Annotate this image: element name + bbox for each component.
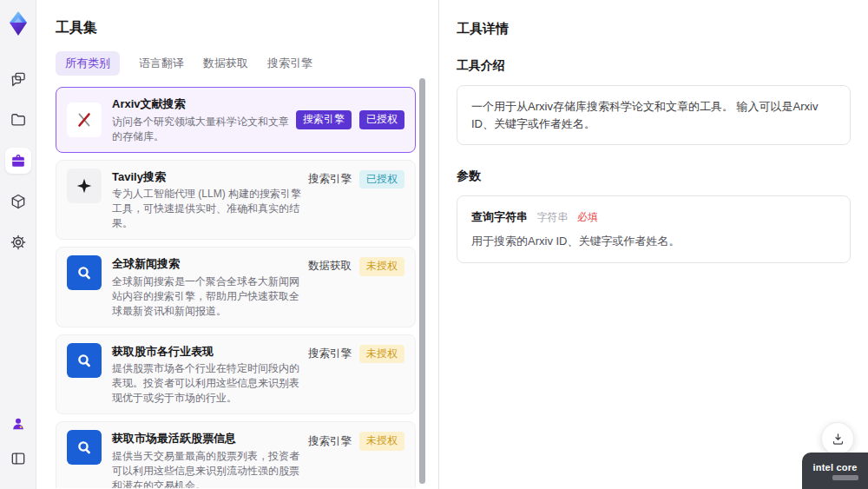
download-button[interactable] <box>821 422 854 455</box>
app-window: 工具集 所有类别 语言翻译 数据获取 搜索引擎 Arxiv文献搜索 访问各个研究… <box>0 0 868 489</box>
tool-category: 搜索引擎 <box>308 434 352 449</box>
cube-icon <box>10 193 27 210</box>
auth-status-badge: 未授权 <box>359 345 404 364</box>
download-icon <box>831 432 845 446</box>
app-logo-icon <box>7 10 30 36</box>
tool-card-sector-performance[interactable]: 获取股市各行业表现 提供股票市场各个行业在特定时间段内的表现。投资者可以利用这些… <box>56 334 416 415</box>
toolbox-icon <box>10 152 27 169</box>
sidebar-item-account[interactable] <box>5 411 31 437</box>
auth-status-badge: 已授权 <box>359 110 404 129</box>
tool-category: 数据获取 <box>308 259 352 274</box>
tool-detail-panel: 工具详情 工具介绍 一个用于从Arxiv存储库搜索科学论文和文章的工具。 输入可… <box>438 0 868 489</box>
params-heading: 参数 <box>457 169 851 184</box>
search-globe-icon <box>67 343 102 378</box>
tool-name: 全球新闻搜索 <box>112 255 308 273</box>
tool-description: 全球新闻搜索是一个聚合全球各大新闻网站内容的搜索引擎，帮助用户快速获取全球最新资… <box>112 274 308 319</box>
tavily-star-icon <box>67 169 102 203</box>
intro-heading: 工具介绍 <box>457 58 851 74</box>
sidebar-item-tools[interactable] <box>5 148 31 174</box>
auth-status-badge: 未授权 <box>359 432 404 451</box>
tool-description: 提供当天交易量最高的股票列表，投资者可以利用这些信息来识别流动性强的股票和潜在的… <box>112 449 308 488</box>
param-description: 用于搜索的Arxiv ID、关键字或作者姓名。 <box>471 233 836 250</box>
chat-icon <box>10 70 27 88</box>
tool-name: 获取股市各行业表现 <box>112 343 308 360</box>
param-name: 查询字符串 <box>471 210 528 223</box>
intel-core-badge: intel core <box>802 453 868 489</box>
tool-card-list: Arxiv文献搜索 访问各个研究领域大量科学论文和文章的存储库。 搜索引擎 已授… <box>56 87 416 488</box>
tool-category: 搜索引擎 <box>308 347 352 361</box>
tool-intro-text: 一个用于从Arxiv存储库搜索科学论文和文章的工具。 输入可以是Arxiv ID… <box>457 85 851 145</box>
auth-status-badge: 未授权 <box>359 257 404 276</box>
panel-toggle-icon <box>10 450 27 467</box>
param-required-flag: 必填 <box>577 211 598 223</box>
tab-search-engine[interactable]: 搜索引擎 <box>267 51 312 76</box>
search-globe-icon <box>67 255 102 290</box>
icon-sidebar <box>0 0 36 489</box>
tool-card-tavily[interactable]: Tavily搜索 专为人工智能代理 (LLM) 构建的搜索引擎工具，可快速提供实… <box>56 160 416 241</box>
tab-translation[interactable]: 语言翻译 <box>139 51 184 76</box>
sidebar-item-files[interactable] <box>5 107 31 133</box>
auth-status-badge: 已授权 <box>359 170 404 189</box>
sidebar-item-chat[interactable] <box>5 66 31 92</box>
category-tabs: 所有类别 语言翻译 数据获取 搜索引擎 <box>56 51 416 76</box>
tool-card-most-active-stocks[interactable]: 获取市场最活跃股票信息 提供当天交易量最高的股票列表，投资者可以利用这些信息来识… <box>56 421 416 488</box>
settings-icon <box>10 234 27 251</box>
detail-title: 工具详情 <box>457 21 851 37</box>
tool-description: 访问各个研究领域大量科学论文和文章的存储库。 <box>112 115 296 144</box>
sidebar-item-models[interactable] <box>5 188 31 215</box>
tool-card-arxiv[interactable]: Arxiv文献搜索 访问各个研究领域大量科学论文和文章的存储库。 搜索引擎 已授… <box>56 87 416 153</box>
sidebar-bottom <box>5 411 31 480</box>
tab-all-categories[interactable]: 所有类别 <box>56 51 120 76</box>
tool-card-global-news[interactable]: 全球新闻搜索 全球新闻搜索是一个聚合全球各大新闻网站内容的搜索引擎，帮助用户快速… <box>56 247 416 327</box>
tool-name: 获取市场最活跃股票信息 <box>112 430 308 447</box>
intel-badge-strip <box>832 475 858 480</box>
tab-data-fetch[interactable]: 数据获取 <box>203 51 248 76</box>
avatar-icon <box>10 415 27 433</box>
param-type: 字符串 <box>536 211 568 223</box>
tool-description: 专为人工智能代理 (LLM) 构建的搜索引擎工具，可快速提供实时、准确和真实的结… <box>112 187 308 231</box>
sidebar-item-settings[interactable] <box>5 229 31 255</box>
folder-icon <box>10 111 27 129</box>
category-badge: 搜索引擎 <box>296 110 352 129</box>
list-scrollbar-thumb[interactable] <box>419 78 425 484</box>
tool-name: Arxiv文献搜索 <box>112 96 296 113</box>
intel-core-label: intel core <box>813 462 858 472</box>
search-globe-icon <box>67 430 102 465</box>
tool-list-panel: 工具集 所有类别 语言翻译 数据获取 搜索引擎 Arxiv文献搜索 访问各个研究… <box>36 0 438 489</box>
tool-description: 提供股票市场各个行业在特定时间段内的表现。投资者可以利用这些信息来识别表现优于或… <box>112 361 308 406</box>
tool-name: Tavily搜索 <box>112 169 308 186</box>
arxiv-logo-icon <box>67 102 102 137</box>
tool-category: 搜索引擎 <box>308 172 352 187</box>
sidebar-item-collapse[interactable] <box>5 446 31 472</box>
page-title: 工具集 <box>56 19 416 37</box>
parameter-item: 查询字符串 字符串 必填 用于搜索的Arxiv ID、关键字或作者姓名。 <box>457 195 851 263</box>
